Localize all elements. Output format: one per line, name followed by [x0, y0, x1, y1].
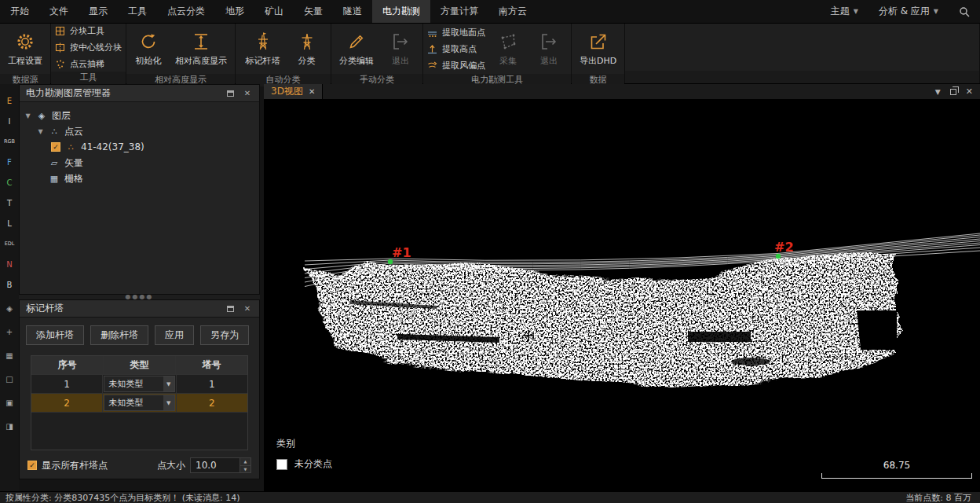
classify-edit-button[interactable]: 分类编辑 [335, 25, 378, 72]
ribbon: 工程设置 数据源 分块工具 按中心线分块 点云抽稀 工具 [0, 24, 980, 84]
menu-item-file[interactable]: 文件 [39, 0, 79, 23]
crosshair-tool-icon[interactable]: + [2, 325, 17, 339]
spin-up-button[interactable]: ▲ [240, 458, 250, 466]
analysis-apps-menu[interactable]: 分析 & 应用▼ [868, 0, 949, 23]
expand-icon[interactable]: ▼ [37, 128, 44, 135]
add-tower-button[interactable]: 添加杆塔 [26, 325, 84, 345]
ribbon-group-relative-height: 初始化 相对高度显示 相对高度显示 [126, 24, 236, 83]
extract-wind-offset-points-button[interactable]: 提取风偏点 [427, 60, 485, 72]
measure-tool-icon[interactable]: ◨ [2, 419, 17, 433]
export-dhd-button[interactable]: 导出DHD [576, 25, 620, 72]
tab-list-button[interactable]: ▼ [935, 88, 941, 96]
relative-height-display-button[interactable]: 相对高度显示 [171, 25, 231, 72]
close-panel-button[interactable]: ✕ [242, 304, 253, 313]
3d-canvas[interactable]: #1 #2 类别 未分类点 68.75 [264, 100, 980, 491]
level-display-button[interactable]: L [2, 216, 17, 230]
spin-down-button[interactable]: ▼ [240, 466, 250, 473]
initialize-button[interactable]: 初始化 [130, 25, 166, 72]
status-bar: 按属性分类: 分类8307435个点为目标类别！ (未读消息: 14) 当前点数… [0, 491, 980, 503]
float-panel-button[interactable] [225, 90, 236, 97]
menu-item-start[interactable]: 开始 [0, 0, 39, 23]
layer-manager-panel: 电力勘测图层管理器 ✕ ▼ ◈ 图层 ▼ ∴ 点云 ∴ 41-42(37_38)… [19, 84, 260, 295]
edl-display-button[interactable]: EDL [2, 237, 17, 251]
filter-display-button[interactable]: F [2, 155, 17, 169]
expand-icon[interactable]: ▼ [24, 112, 31, 119]
theme-menu[interactable]: 主题▼ [821, 0, 868, 23]
layer-panel-title: 电力勘测图层管理器 [26, 86, 111, 100]
classify-button[interactable]: 分类 [289, 25, 325, 72]
menu-item-southcloud[interactable]: 南方云 [488, 0, 537, 23]
tower-type-select[interactable]: 未知类型 ▼ [104, 395, 174, 411]
time-display-button[interactable]: T [2, 196, 17, 210]
grid-tool-icon[interactable]: ▦ [2, 348, 17, 362]
show-all-towers-checkbox[interactable] [27, 461, 37, 470]
centerline-block-button[interactable]: 按中心线分块 [55, 42, 122, 53]
tree-node-vector[interactable]: ▱ 矢量 [24, 155, 254, 171]
extract-high-points-button[interactable]: 提取高点 [427, 43, 477, 55]
menu-bar: 开始 文件 显示 工具 点云分类 地形 矿山 矢量 隧道 电力勘测 方量计算 南… [0, 0, 980, 24]
class-legend: 类别 未分类点 [276, 437, 332, 471]
search-button[interactable] [949, 0, 980, 23]
tower-actions: 添加杆塔 删除杆塔 应用 另存为 [20, 318, 259, 350]
layer-visibility-checkbox[interactable] [51, 142, 60, 152]
menu-item-power-survey[interactable]: 电力勘测 [372, 0, 430, 23]
table-row[interactable]: 2 未知类型 ▼ 2 [31, 394, 247, 413]
apply-button[interactable]: 应用 [155, 325, 194, 345]
table-row[interactable]: 1 未知类型 ▼ 1 [31, 375, 247, 394]
menu-item-display[interactable]: 显示 [79, 0, 118, 23]
close-view-button[interactable]: ✕ [966, 86, 973, 97]
profile-tool-icon[interactable]: ▣ [2, 395, 17, 409]
blend-display-button[interactable]: B [2, 277, 17, 292]
gear-icon [15, 31, 35, 52]
manual-exit-button: 退出 [382, 25, 419, 72]
select-tool-icon[interactable]: ◈ [2, 301, 17, 315]
menu-item-pointcloud-classify[interactable]: 点云分类 [157, 0, 215, 23]
box-select-tool-icon[interactable]: □ [2, 372, 17, 386]
close-panel-button[interactable]: ✕ [242, 89, 253, 97]
tree-node-pointcloud[interactable]: ▼ ∴ 点云 [24, 123, 254, 139]
point-size-input[interactable] [191, 458, 240, 472]
tree-node-raster[interactable]: ▦ 栅格 [24, 171, 254, 186]
elevation-display-button[interactable]: E [2, 94, 17, 108]
restore-window-button[interactable] [950, 89, 956, 95]
layer-panel-titlebar: 电力勘测图层管理器 ✕ [20, 85, 259, 102]
class-display-button[interactable]: C [2, 175, 17, 189]
pointcloud-file-icon: ∴ [65, 142, 76, 152]
pencil-edit-icon [346, 31, 367, 52]
save-as-button[interactable]: 另存为 [200, 325, 249, 345]
tree-node-pointcloud-item[interactable]: ∴ 41-42(37_38) [24, 139, 254, 155]
float-panel-button[interactable] [225, 306, 236, 312]
centerline-icon [55, 42, 65, 53]
current-point-count: 当前点数: 8 百万 [905, 492, 975, 503]
normal-display-button[interactable]: N [2, 257, 17, 271]
tab-3d-view[interactable]: 3D视图 ✕ [264, 84, 323, 99]
project-settings-button[interactable]: 工程设置 [4, 25, 46, 72]
rgb-display-button[interactable]: RGB [2, 134, 17, 149]
ribbon-filler [625, 24, 980, 83]
point-size-stepper: ▲ ▼ [190, 457, 251, 473]
mark-tower-button[interactable]: 标记杆塔 [242, 25, 284, 72]
menu-item-tools[interactable]: 工具 [118, 0, 157, 23]
tower-table-header: 序号 类型 塔号 [31, 356, 247, 375]
intensity-display-button[interactable]: I [2, 114, 17, 128]
extract-ground-points-button[interactable]: 提取地面点 [427, 27, 485, 39]
menu-item-volume[interactable]: 方量计算 [430, 0, 488, 23]
tower-panel-title: 标记杆塔 [26, 302, 64, 315]
block-tool-button[interactable]: 分块工具 [55, 25, 104, 37]
tree-node-layers[interactable]: ▼ ◈ 图层 [24, 108, 254, 123]
menu-item-mining[interactable]: 矿山 [254, 0, 294, 23]
status-message: 按属性分类: 分类8307435个点为目标类别！ (未读消息: 14) [5, 492, 240, 503]
scale-line [821, 474, 972, 479]
close-tab-icon[interactable]: ✕ [309, 87, 315, 96]
menu-item-vector[interactable]: 矢量 [294, 0, 333, 23]
float-icon [227, 90, 234, 97]
menu-item-tunnel[interactable]: 隧道 [333, 0, 372, 23]
delete-tower-button[interactable]: 删除杆塔 [90, 325, 148, 345]
tower-flag-icon [253, 31, 273, 52]
terrain-pointcloud [306, 251, 897, 390]
vector-icon: ▱ [49, 158, 60, 168]
layers-icon: ◈ [36, 111, 47, 121]
menu-item-terrain[interactable]: 地形 [215, 0, 254, 23]
tower-type-select[interactable]: 未知类型 ▼ [104, 376, 174, 392]
thin-pointcloud-button[interactable]: 点云抽稀 [55, 58, 104, 70]
